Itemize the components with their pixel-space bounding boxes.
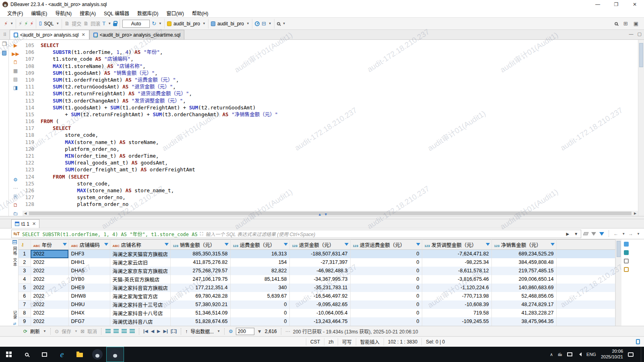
search-icon[interactable] (277, 22, 280, 25)
remove-filter-icon[interactable] (591, 232, 596, 236)
menu-item-2[interactable]: 导航(N) (51, 10, 76, 16)
grid-cell[interactable]: 2022 (31, 258, 68, 267)
dashboard-icon[interactable] (255, 21, 260, 26)
row-number[interactable]: 8 (19, 309, 31, 317)
copy-row-icon[interactable] (114, 329, 119, 333)
start-button[interactable] (0, 347, 18, 362)
history-dropdown-icon[interactable]: ▼ (159, 22, 162, 25)
history-icon[interactable]: ↻ (152, 21, 156, 26)
close-button[interactable]: ✕ (625, 0, 644, 9)
nav-back-icon[interactable]: ← (613, 231, 618, 237)
column-header-3[interactable]: 123销售金额（元） (170, 240, 230, 250)
editor-vertical-scrollbar[interactable] (638, 40, 644, 216)
custom-filter-icon[interactable] (599, 232, 604, 236)
grid-cell[interactable]: -188,507,631.47 (289, 250, 350, 258)
grid-cell[interactable]: DHF3 (68, 250, 110, 258)
editor-horizontal-scrollbar[interactable]: ◀ ▶ (23, 211, 638, 216)
grid-cell[interactable]: 天猫-英氏官方旗舰店 (110, 275, 170, 284)
delete-row-icon[interactable] (122, 329, 127, 333)
quick-search-icon[interactable] (615, 22, 618, 25)
row-number[interactable]: 7 (19, 300, 31, 309)
grid-cell[interactable]: -7,624,471.82 (422, 250, 491, 258)
filter-expand-icon[interactable]: ⛶ (200, 231, 203, 237)
grid-vertical-scrollbar[interactable] (615, 239, 621, 326)
nav-forward-dropdown-icon[interactable]: ▼ (637, 232, 640, 236)
grid-cell[interactable]: 0 (350, 267, 422, 275)
menu-item-7[interactable]: 帮助(H) (188, 10, 213, 16)
hidden-icons-chevron[interactable]: ∧ (550, 352, 553, 357)
export-dropdown-icon[interactable]: ▼ (217, 329, 220, 333)
column-header-8[interactable]: 123净销售金额（元） (491, 240, 556, 250)
grid-cell[interactable]: 0 (350, 275, 422, 284)
grid-cell[interactable]: 2022 (31, 309, 68, 317)
grid-cell[interactable]: 0 (230, 317, 289, 326)
schema-selector[interactable]: audit_bi_pro (217, 21, 244, 27)
column-filter-icon[interactable] (104, 243, 108, 246)
refresh-dropdown-icon[interactable]: ▼ (43, 329, 46, 333)
grid-cell[interactable]: 51,346,514.09 (170, 309, 230, 317)
column-filter-icon[interactable] (225, 243, 229, 246)
volume-icon[interactable] (577, 352, 582, 356)
nav-back-dropdown-icon[interactable]: ▼ (622, 232, 625, 236)
grid-cell[interactable]: -16,546,497.92 (289, 292, 350, 300)
grid-cell[interactable]: -9,095,482.65 (289, 300, 350, 309)
grid-presentation-icon[interactable] (12, 240, 17, 244)
grid-cell[interactable]: -13,243,464.75 (289, 317, 350, 326)
save-dropdown-icon[interactable]: ▼ (74, 329, 78, 333)
language-indicator[interactable]: ENG (586, 352, 596, 357)
grid-cell[interactable]: DHH1 (68, 258, 110, 267)
grid-settings-gear-icon[interactable]: ⚙ (229, 329, 233, 334)
scroll-right-icon[interactable]: ▶ (632, 212, 638, 215)
memory-indicator-icon[interactable] (636, 339, 640, 344)
next-row-icon[interactable]: ▶ (157, 329, 160, 334)
row-number[interactable]: 9 (19, 317, 31, 326)
grid-cell[interactable]: DHE9 (68, 284, 110, 292)
text-presentation-label[interactable]: 文本 (12, 258, 18, 267)
disconnect-icon[interactable]: ⚡ (19, 21, 22, 26)
row-number[interactable]: 6 (19, 292, 31, 300)
save-data-icon[interactable]: ⊙ (55, 329, 59, 334)
grid-cell[interactable]: DYB0 (68, 275, 110, 284)
schema-dropdown-icon[interactable]: ▼ (246, 22, 250, 25)
grid-cell[interactable]: -3,816,675.46 (422, 275, 491, 284)
grid-cell[interactable]: 69,780,428.28 (170, 292, 230, 300)
sql-editor-icon[interactable]: ⌷ (39, 21, 42, 26)
file-explorer-icon[interactable] (71, 347, 89, 362)
editor-results-splitter[interactable] (0, 216, 644, 219)
open-editor-icon[interactable]: ◨ (13, 85, 18, 90)
grid-cell[interactable]: 82,822 (230, 267, 289, 275)
record-prev-icon[interactable]: ⇄ (13, 322, 17, 326)
grid-cell[interactable]: 2022 (31, 250, 68, 258)
column-header-2[interactable]: ABC店铺名称 (110, 240, 170, 250)
grid-cell[interactable]: -35,231,783.11 (289, 284, 350, 292)
grid-cell[interactable]: 0 (230, 309, 289, 317)
export-label[interactable]: 导出数据... (190, 328, 214, 335)
touch-keyboard-icon[interactable]: 🖮 (558, 352, 562, 357)
row-number[interactable]: 5 (19, 284, 31, 292)
grid-cell[interactable]: 247,106,179.75 (170, 275, 230, 284)
results-tab-t1[interactable]: t1 1 ✕ (11, 219, 39, 228)
column-filter-icon[interactable] (416, 243, 420, 246)
sql-dropdown-icon[interactable]: ▼ (56, 22, 59, 25)
grid-cell[interactable]: -8,611,578.12 (422, 267, 491, 275)
grid-cell[interactable]: 154 (230, 258, 289, 267)
column-filter-icon[interactable] (551, 243, 555, 246)
refresh-icon[interactable]: ⟳ (23, 329, 27, 334)
cancel-icon[interactable]: ⊠ (80, 329, 85, 334)
grid-cell[interactable]: DH9U (68, 300, 110, 309)
transaction-dropdown-icon[interactable]: ▼ (108, 22, 111, 25)
grid-cell[interactable]: -10,608.39 (422, 300, 491, 309)
column-filter-icon[interactable] (345, 243, 349, 246)
abort-connection-icon[interactable]: ⚡ (30, 21, 33, 26)
grid-cell[interactable]: 2022 (31, 284, 68, 292)
grid-cell[interactable]: 海澜之家抖音官方旗舰店 (110, 284, 170, 292)
code-area[interactable]: 105SELECT106 SUBSTR(t1.orderTime, 1, 4) … (22, 40, 638, 216)
grid-cell[interactable]: -98,225.34 (422, 258, 491, 267)
add-row-icon[interactable] (105, 329, 111, 333)
explain-plan-icon[interactable]: 🗒 (13, 60, 18, 65)
menu-item-5[interactable]: 数据库(D) (133, 10, 163, 16)
lock-icon[interactable] (113, 23, 117, 26)
import-file-icon[interactable]: 🗀 (13, 211, 18, 216)
clock[interactable]: 20:06 2025/10/21 (601, 349, 623, 360)
grid-cell[interactable]: 57,380,920.21 (170, 300, 230, 309)
